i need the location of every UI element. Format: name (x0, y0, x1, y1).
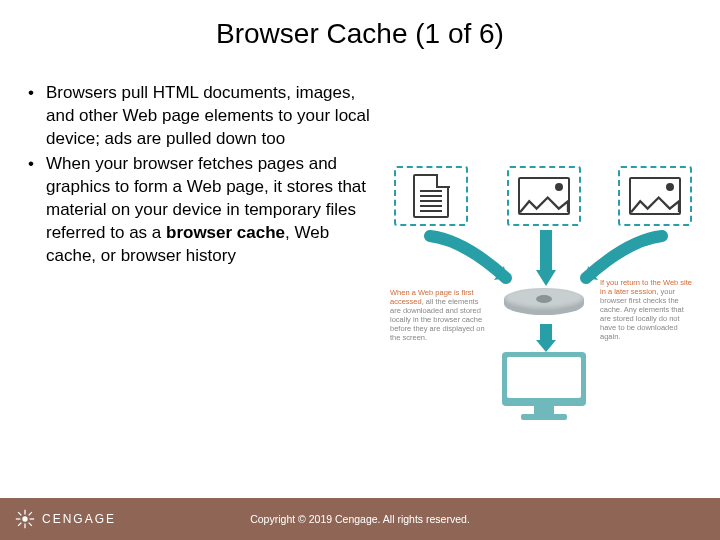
cache-diagram: When a Web page is first accessed, all t… (394, 160, 694, 420)
text-column: Browsers pull HTML documents, images, an… (24, 82, 376, 498)
slide-title: Browser Cache (1 of 6) (0, 0, 720, 58)
svg-point-6 (23, 517, 27, 521)
diagram-caption: If you return to the Web site in a later… (600, 278, 696, 341)
svg-rect-4 (540, 324, 552, 340)
svg-line-11 (18, 512, 21, 515)
svg-rect-1 (540, 230, 552, 270)
slide: Browser Cache (1 of 6) Browsers pull HTM… (0, 0, 720, 540)
image-icon (618, 166, 692, 226)
burst-icon (14, 508, 36, 530)
svg-line-14 (18, 523, 21, 526)
slide-body: Browsers pull HTML documents, images, an… (0, 58, 720, 498)
arrow-icon (536, 324, 556, 352)
bullet-item: Browsers pull HTML documents, images, an… (24, 82, 376, 151)
arrow-icon (424, 230, 516, 292)
bullet-item: When your browser fetches pages and grap… (24, 153, 376, 268)
document-icon (394, 166, 468, 226)
svg-line-13 (29, 512, 32, 515)
disk-icon (504, 288, 584, 322)
svg-line-12 (29, 523, 32, 526)
svg-marker-2 (536, 270, 556, 286)
footer-bar: CENGAGE Copyright © 2019 Cengage. All ri… (0, 498, 720, 540)
bullet-list: Browsers pull HTML documents, images, an… (24, 82, 376, 268)
copyright-text: Copyright © 2019 Cengage. All rights res… (250, 513, 470, 525)
brand-logo: CENGAGE (14, 508, 116, 530)
arrow-icon (536, 230, 556, 286)
svg-marker-5 (536, 340, 556, 352)
brand-text: CENGAGE (42, 512, 116, 526)
diagram-caption: When a Web page is first accessed, all t… (390, 288, 486, 342)
monitor-icon (502, 352, 586, 420)
image-icon (507, 166, 581, 226)
illustration-column: When a Web page is first accessed, all t… (392, 82, 696, 498)
